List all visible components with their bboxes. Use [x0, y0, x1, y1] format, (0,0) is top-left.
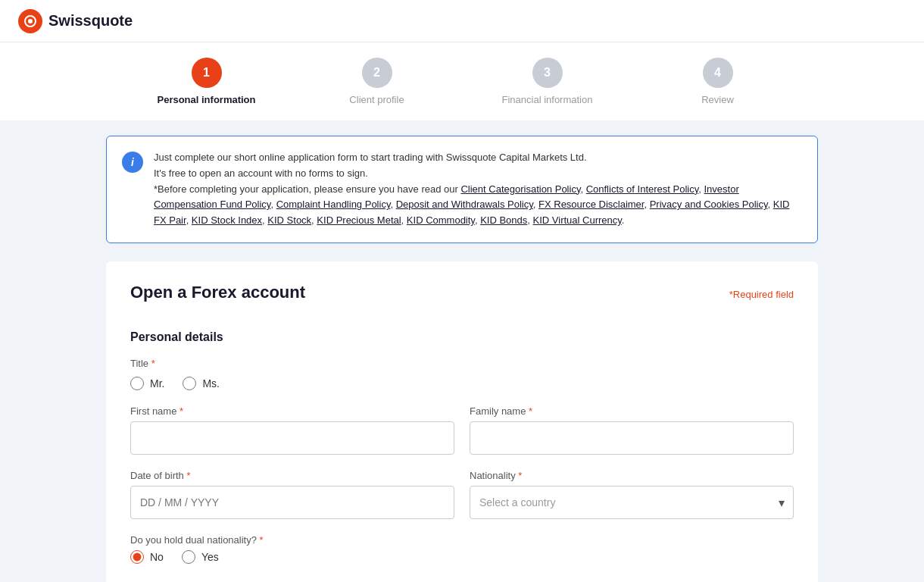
step-1-label: Personal information	[157, 94, 255, 105]
dual-nationality-group: Do you hold dual nationality? * No Yes	[130, 534, 794, 564]
dual-nationality-yes-option[interactable]: Yes	[182, 550, 219, 564]
title-ms-option[interactable]: Ms.	[183, 377, 220, 390]
step-2-circle: 2	[362, 58, 392, 88]
link-kid-stock[interactable]: KID Stock	[267, 214, 311, 226]
step-4-circle: 4	[703, 58, 733, 88]
dual-nationality-no-radio[interactable]	[130, 550, 144, 564]
step-2: 2 Client profile	[292, 58, 462, 105]
link-kid-stock-index[interactable]: KID Stock Index	[192, 214, 262, 226]
main-content: i Just complete our short online applica…	[91, 120, 833, 582]
dual-nationality-radio-group: No Yes	[130, 550, 794, 564]
family-name-input[interactable]	[470, 421, 794, 455]
step-3: 3 Financial information	[462, 58, 632, 105]
required-note: *Required field	[729, 289, 794, 300]
dual-nationality-label: Do you hold dual nationality? *	[130, 534, 794, 546]
info-icon: i	[122, 152, 143, 173]
dob-label: Date of birth *	[130, 470, 454, 481]
link-client-categorisation[interactable]: Client Categorisation Policy	[460, 183, 580, 195]
name-row: First name * Family name *	[130, 405, 794, 455]
nationality-label: Nationality *	[470, 470, 794, 481]
info-banner: i Just complete our short online applica…	[106, 136, 818, 243]
nationality-col: Nationality * Select a country ▾	[470, 470, 794, 519]
step-3-circle: 3	[532, 58, 563, 88]
title-ms-radio[interactable]	[183, 377, 196, 390]
link-kid-bonds[interactable]: KID Bonds	[480, 214, 527, 226]
nationality-select[interactable]: Select a country	[470, 486, 794, 519]
first-name-col: First name *	[130, 405, 454, 455]
title-radio-group: Mr. Ms.	[130, 377, 794, 390]
first-name-input[interactable]	[130, 421, 454, 455]
family-name-col: Family name *	[470, 405, 794, 455]
link-kid-virtual-currency[interactable]: KID Virtual Currency	[533, 214, 622, 226]
step-3-label: Financial information	[502, 94, 593, 105]
link-conflicts[interactable]: Conflicts of Interest Policy	[586, 183, 699, 195]
family-name-label: Family name *	[470, 405, 794, 417]
nationality-select-wrapper: Select a country ▾	[470, 486, 794, 519]
link-complaint[interactable]: Complaint Handling Policy	[276, 199, 391, 210]
link-deposit[interactable]: Deposit and Withdrawals Policy	[396, 199, 533, 210]
section-personal-title: Personal details	[130, 330, 794, 344]
app-header: Swissquote	[0, 0, 924, 42]
step-4: 4 Review	[632, 58, 803, 105]
title-ms-label: Ms.	[202, 377, 220, 390]
title-field-group: Title * Mr. Ms.	[130, 358, 794, 390]
link-privacy[interactable]: Privacy and Cookies Policy	[650, 199, 768, 210]
logo: Swissquote	[18, 9, 133, 33]
title-mr-label: Mr.	[150, 377, 164, 390]
dual-nationality-yes-label: Yes	[201, 551, 219, 563]
form-header-row: Open a Forex account *Required field	[130, 283, 794, 315]
dual-nationality-no-option[interactable]: No	[130, 550, 164, 564]
dob-nationality-row: Date of birth * Nationality * Select a c…	[130, 470, 794, 519]
steps-container: 1 Personal information 2 Client profile …	[121, 58, 803, 120]
step-2-label: Client profile	[349, 94, 404, 105]
steps-bar: 1 Personal information 2 Client profile …	[0, 42, 924, 120]
dual-nationality-yes-radio[interactable]	[182, 550, 195, 564]
title-mr-option[interactable]: Mr.	[130, 377, 164, 390]
logo-text: Swissquote	[48, 12, 133, 30]
dob-input[interactable]	[130, 486, 454, 519]
dual-nationality-no-label: No	[150, 551, 164, 563]
first-name-label: First name *	[130, 405, 454, 417]
link-fx-resource[interactable]: FX Resource Disclaimer	[538, 199, 644, 210]
form-card: Open a Forex account *Required field Per…	[106, 261, 818, 582]
link-kid-precious-metal[interactable]: KID Precious Metal	[317, 214, 401, 226]
form-title: Open a Forex account	[130, 283, 305, 302]
step-1: 1 Personal information	[121, 58, 292, 105]
logo-icon	[18, 9, 42, 33]
step-1-circle: 1	[192, 58, 222, 88]
title-label: Title *	[130, 358, 794, 369]
info-text: Just complete our short online applicati…	[154, 150, 802, 229]
dob-col: Date of birth *	[130, 470, 454, 519]
svg-point-1	[28, 19, 33, 23]
link-kid-commodity[interactable]: KID Commodity	[407, 214, 475, 226]
title-mr-radio[interactable]	[130, 377, 144, 390]
step-4-label: Review	[701, 94, 734, 105]
